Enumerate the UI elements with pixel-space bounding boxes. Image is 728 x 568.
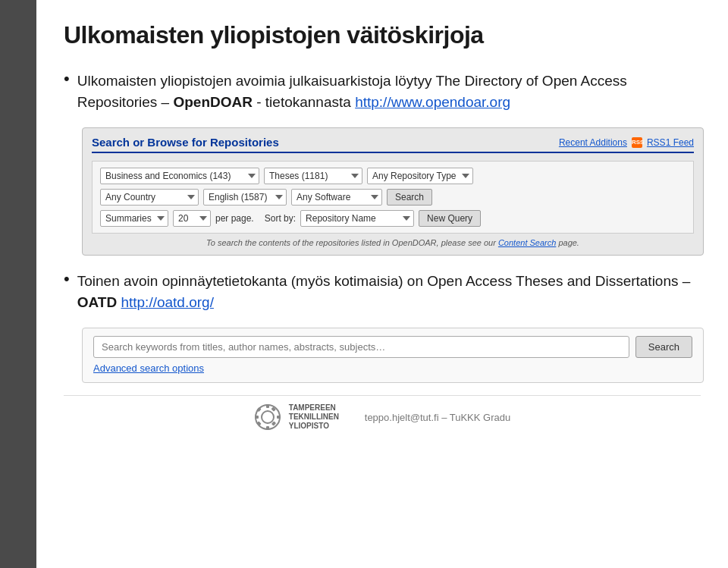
bullet-dot-2: • [64, 269, 70, 289]
widget-row-2: Any Country English (1587) Any Software … [100, 189, 686, 206]
summaries-select[interactable]: Summaries [100, 210, 168, 227]
opendoar-widget: Search or Browse for Repositories Recent… [82, 127, 704, 256]
left-bar [0, 0, 36, 568]
bullet-dot-1: • [64, 69, 70, 89]
footer-contact: teppo.hjelt@tut.fi – TuKKK Gradu [365, 412, 510, 423]
oatd-search-input[interactable] [93, 336, 629, 358]
software-select[interactable]: Any Software [291, 189, 382, 206]
repotype-select[interactable]: Any Repository Type [367, 168, 473, 184]
recent-additions-link[interactable]: Recent Additions [559, 137, 627, 148]
page-title: Ulkomaisten yliopistojen väitöskirjoja [64, 21, 701, 49]
oatd-search-row: Search [93, 336, 692, 358]
widget-row-3: Summaries 20 per page. Sort by: Reposito… [100, 210, 686, 227]
widget-title: Search or Browse for Repositories [92, 136, 279, 149]
oatd-search-button[interactable]: Search [635, 336, 692, 358]
theses-select[interactable]: Theses (1181) [264, 168, 362, 184]
widget-row-1: Business and Economics (143) Theses (118… [100, 168, 686, 184]
perpage-select[interactable]: 20 [173, 210, 211, 227]
per-page-label: per page. [215, 213, 254, 224]
sortby-select[interactable]: Repository Name [300, 210, 414, 227]
oatd-widget: Search Advanced search options [82, 328, 704, 383]
rss-icon: RSS [632, 137, 642, 148]
svg-rect-5 [277, 416, 281, 419]
new-query-button[interactable]: New Query [419, 210, 481, 227]
bullet-text-2: Toinen avoin opinnäytetietokanta (myös k… [77, 271, 701, 312]
language-select[interactable]: English (1587) [203, 189, 287, 206]
university-logo-icon [254, 403, 281, 431]
advanced-search-link[interactable]: Advanced search options [93, 362, 204, 374]
widget-inner: Business and Economics (143) Theses (118… [92, 161, 694, 234]
oatd-link[interactable]: http://oatd.org/ [121, 294, 214, 310]
country-select[interactable]: Any Country [100, 189, 199, 206]
svg-rect-4 [255, 416, 259, 419]
opendoar-link[interactable]: http://www.opendoar.org [355, 94, 510, 110]
footer-logo: TAMPEREEN TEKNILLINEN YLIOPISTO [254, 403, 350, 431]
bullet-text-1: Ulkomaisten yliopistojen avoimia julkais… [77, 71, 701, 112]
sort-by-label: Sort by: [265, 213, 296, 224]
svg-point-1 [262, 411, 274, 423]
subject-select[interactable]: Business and Economics (143) [100, 168, 259, 184]
widget-rss: Recent Additions RSS RSS1 Feed [559, 137, 694, 148]
search-button[interactable]: Search [387, 189, 432, 206]
content-search-link[interactable]: Content Search [498, 238, 556, 247]
summaries-row: Summaries 20 per page. Sort by: Reposito… [100, 210, 481, 227]
widget-footer: To search the contents of the repositori… [92, 238, 694, 247]
svg-rect-2 [266, 404, 269, 408]
rss-feed-link[interactable]: RSS1 Feed [647, 137, 694, 148]
page-footer: TAMPEREEN TEKNILLINEN YLIOPISTO teppo.hj… [64, 395, 701, 431]
widget-header: Search or Browse for Repositories Recent… [92, 136, 694, 153]
university-name: TAMPEREEN TEKNILLINEN YLIOPISTO [289, 403, 350, 431]
svg-rect-3 [266, 426, 269, 430]
